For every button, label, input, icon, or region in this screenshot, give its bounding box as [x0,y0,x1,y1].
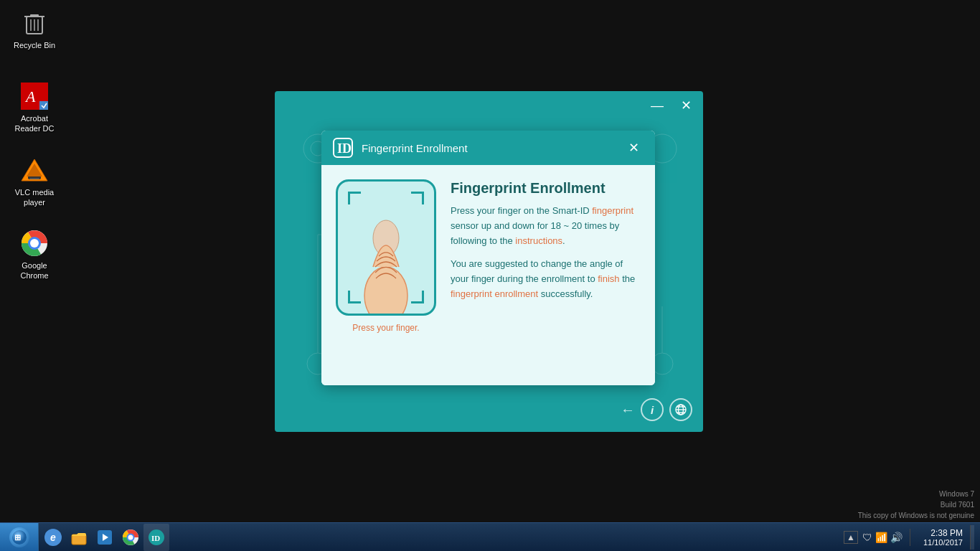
taskbar-ie-button[interactable]: e [40,524,66,551]
bottom-action-area: ← i [621,398,692,421]
taskbar-fingerprint-button[interactable]: ID [143,524,169,551]
corner-tl [348,192,361,204]
ie-icon: e [44,529,62,546]
taskbar-chrome-button[interactable] [118,524,143,551]
media-player-icon [96,529,113,546]
scanner-illustration: Press your finger. [336,179,436,371]
nav-left-icon[interactable]: ← [621,402,635,418]
svg-rect-9 [29,178,39,179]
svg-point-13 [30,239,39,248]
taskbar-fingerprint-icon: ID [148,529,165,546]
highlight-instructions: instructions [515,235,562,246]
dialog-close-button[interactable]: ✕ [623,137,645,159]
enrollment-description-1: Press your finger on the Smart-ID finger… [451,204,641,248]
svg-text:ID: ID [337,141,352,156]
svg-text:A: A [24,88,36,105]
taskbar-media-button[interactable] [92,524,118,551]
recycle-bin-label: Recycle Bin [14,40,55,50]
desktop-icon-vlc[interactable]: VLC media player [6,153,63,211]
desktop-icon-acrobat[interactable]: A Acrobat Reader DC [6,79,63,137]
enrollment-text-area: Fingerprint Enrollment Press your finger… [451,179,641,371]
highlight-fingerprint2: fingerprint enrollment [451,288,538,299]
tray-volume-icon[interactable]: 🔊 [890,532,903,543]
system-tray: ▲ 🛡 📶 🔊 2:38 PM 11/10/2017 [838,523,980,551]
tray-network-icon[interactable]: 📶 [875,532,887,543]
corner-tr [411,192,424,204]
recycle-bin-icon [20,9,49,37]
fingerprint-enrollment-dialog: ID Fingerprint Enrollment ✕ [321,131,655,385]
svg-text:ID: ID [151,534,160,542]
scanner-prompt: Press your finger. [352,323,419,333]
start-orb: ⊞ [9,527,29,547]
clock[interactable]: 2:38 PM 11/10/2017 [923,528,963,547]
taskbar: ⊞ e [0,522,980,551]
vlc-icon [20,156,49,184]
info-button[interactable]: i [641,398,664,421]
acrobat-icon: A [20,82,49,110]
clock-time: 2:38 PM [930,528,963,538]
svg-point-30 [364,267,407,316]
scanner-device [336,179,436,316]
dialog-title: Fingerprint Enrollment [362,142,623,154]
taskbar-apps: e [40,523,169,552]
main-app-window: — ✕ ID Fingerprint Enrollment ✕ [275,91,703,432]
chrome-label: Google Chrome [9,260,60,281]
acrobat-label: Acrobat Reader DC [9,113,60,134]
fingerprint-logo-icon: ID [331,136,354,159]
svg-text:⊞: ⊞ [14,533,21,542]
highlight-finish: finish [598,273,619,284]
taskbar-chrome-icon [122,529,139,546]
highlight-fingerprint: fingerprint [592,205,633,216]
svg-rect-39 [72,534,86,545]
show-desktop-button[interactable] [970,525,974,550]
close-button[interactable]: ✕ [677,98,696,113]
explorer-icon [70,529,88,546]
main-window-titlebar: — ✕ [275,91,703,120]
dialog-content: Press your finger. Fingerprint Enrollmen… [321,165,655,385]
enrollment-description-2: You are suggested to change the angle of… [451,257,641,301]
tray-divider [910,529,910,546]
dialog-header: ID Fingerprint Enrollment ✕ [321,131,655,165]
tray-icons: 🛡 📶 🔊 [862,532,903,543]
clock-date: 11/10/2017 [923,538,963,547]
desktop-icon-recycle-bin[interactable]: Recycle Bin [6,6,63,53]
taskbar-explorer-button[interactable] [66,524,92,551]
settings-button[interactable] [669,398,692,421]
enrollment-heading: Fingerprint Enrollment [451,179,641,197]
vlc-label: VLC media player [9,187,60,208]
chrome-icon [20,229,49,258]
desktop-icon-chrome[interactable]: Google Chrome [6,226,63,284]
tray-security-icon[interactable]: 🛡 [862,532,872,543]
minimize-button[interactable]: — [646,98,668,113]
svg-point-44 [128,534,133,540]
finger-svg [354,217,418,316]
tray-expand-button[interactable]: ▲ [844,531,858,544]
start-button[interactable]: ⊞ [0,523,39,552]
